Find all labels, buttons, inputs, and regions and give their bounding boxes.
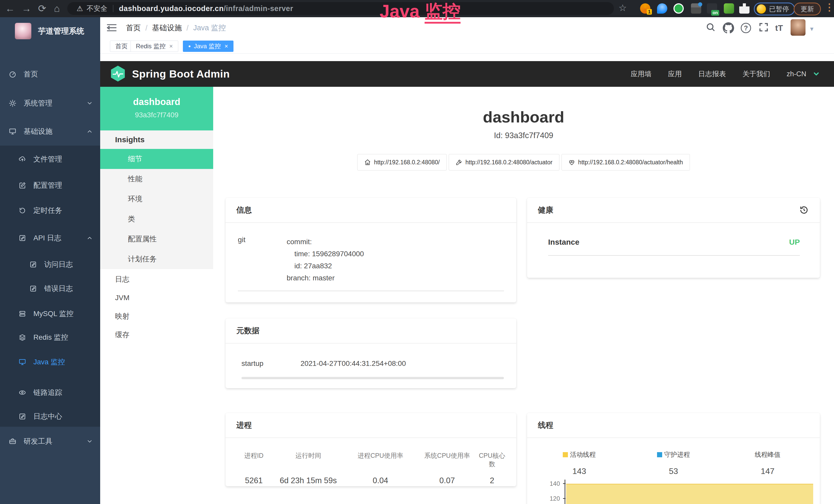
sidebar-item-mysql-monitor[interactable]: MySQL 监控 (0, 306, 100, 321)
sidebar-item-infra[interactable]: 基础设施 (0, 124, 100, 139)
sidebar-item-config-manage[interactable]: 配置管理 (0, 178, 100, 193)
sba-menu-caches[interactable]: 缓存 (100, 325, 213, 344)
profile-paused-badge[interactable]: 已暂停 (754, 3, 795, 16)
area-series-live-threads (566, 484, 813, 504)
sidebar-item-tracing[interactable]: 链路追踪 (0, 385, 100, 400)
sba-menu-jvm[interactable]: JVM (100, 289, 213, 307)
health-instance-row[interactable]: Instance UP (548, 238, 800, 247)
app-title: 芋道管理系统 (38, 26, 84, 37)
extension-puzzle-icon[interactable] (739, 3, 749, 14)
sba-menu-scheduled-tasks[interactable]: 计划任务 (100, 249, 213, 269)
breadcrumb: 首页 / 基础设施 / Java 监控 (126, 23, 226, 33)
sba-brand-title[interactable]: Spring Boot Admin (132, 68, 229, 80)
peak-threads-value: 147 (721, 466, 815, 476)
sba-nav-wallboard[interactable]: 应用墙 (631, 69, 651, 78)
health-url-button[interactable]: http://192.168.0.2:48080/actuator/health (562, 154, 690, 170)
tab-home[interactable]: 首页 (110, 41, 133, 52)
sidebar-item-error-log[interactable]: 错误日志 (0, 281, 100, 296)
extension-y-icon[interactable] (674, 3, 684, 14)
sidebar-item-file-manage[interactable]: 文件管理 (0, 152, 100, 167)
extension-pin-icon[interactable] (657, 3, 667, 14)
extension-switch-icon[interactable]: on (707, 3, 717, 14)
threads-area-chart: 140 120 100 (527, 478, 820, 504)
sidebar-item-log-center[interactable]: 日志中心 (0, 409, 100, 424)
url-divider (113, 5, 113, 12)
actuator-url-button[interactable]: http://192.168.0.2:48080/actuator (449, 154, 559, 170)
sba-nav-about[interactable]: 关于我们 (742, 69, 770, 78)
cloud-upload-icon (19, 155, 26, 163)
sba-menu-metrics[interactable]: 性能 (100, 169, 213, 189)
sidebar-item-label: 定时任务 (34, 206, 62, 215)
help-icon[interactable]: ? (741, 23, 751, 33)
sidebar-item-api-log[interactable]: API 日志 (0, 230, 100, 246)
app-logo-row[interactable]: 芋道管理系统 (0, 21, 100, 41)
browser-menu-icon[interactable]: ⋮ (825, 2, 834, 13)
tab-close-icon[interactable]: × (224, 43, 228, 50)
font-size-icon[interactable]: tT (775, 23, 783, 33)
sba-menu-details[interactable]: 细节 (100, 149, 213, 169)
sidebar-item-system[interactable]: 系统管理 (0, 95, 100, 111)
emoji-avatar-icon (757, 4, 766, 14)
breadcrumb-infra[interactable]: 基础设施 (152, 23, 182, 33)
threads-values: 143 53 147 (532, 459, 815, 476)
info-card-title: 信息 (225, 198, 516, 223)
sba-menu-logs[interactable]: 日志 (100, 270, 213, 289)
sba-menu-config-props[interactable]: 配置属性 (100, 229, 213, 249)
gear-icon (9, 99, 17, 107)
address-bar[interactable]: ⚠ 不安全 dashboard.yudao.iocoder.cn/infra/a… (67, 2, 614, 15)
info-git-value: commit: time: 1596289704000 id: 27aa832 … (287, 236, 364, 284)
sidebar-item-java-monitor[interactable]: Java 监控 (0, 354, 100, 370)
sidebar-item-dev-tools[interactable]: 研发工具 (0, 434, 100, 449)
sidebar-item-scheduled-jobs[interactable]: 定时任务 (0, 203, 100, 218)
process-id-value: 5261 (235, 476, 273, 485)
extension-icon-1[interactable]: 1 (640, 3, 650, 14)
extension-leaf-icon[interactable] (724, 3, 734, 14)
sba-instance-header[interactable]: dashboard 93a3fc7f7409 (100, 87, 213, 131)
sba-menu-classes[interactable]: 类 (100, 209, 213, 229)
bookmark-star-icon[interactable]: ☆ (618, 2, 627, 15)
horizontal-scrollbar[interactable] (241, 377, 504, 379)
not-secure-label[interactable]: 不安全 (87, 4, 107, 13)
daemon-threads-value: 53 (627, 466, 721, 476)
sba-menu-environment[interactable]: 环境 (100, 189, 213, 209)
history-icon[interactable] (799, 205, 809, 215)
instance-title: dashboard (213, 108, 834, 126)
process-card-title: 进程 (225, 413, 516, 438)
sba-nav-applications[interactable]: 应用 (668, 69, 682, 78)
sidebar-submenu-infra: 文件管理 配置管理 定时任务 API 日志 访问日志 错误日志 MySQL 监控 (0, 145, 100, 427)
sidebar-item-home[interactable]: 首页 (0, 67, 100, 82)
sidebar-item-label: 访问日志 (44, 259, 73, 269)
legend-label: 线程峰值 (755, 450, 781, 459)
url-host: dashboard.yudao.iocoder.cn (119, 4, 224, 13)
sba-menu-mappings[interactable]: 映射 (100, 307, 213, 325)
user-avatar[interactable] (791, 19, 806, 36)
reload-icon[interactable]: ⟳ (38, 2, 46, 15)
instance-id: 93a3fc7f7409 (100, 111, 213, 119)
search-icon[interactable] (706, 22, 716, 32)
service-url-button[interactable]: http://192.168.0.2:48080/ (357, 154, 447, 170)
sidebar-item-access-log[interactable]: 访问日志 (0, 257, 100, 272)
monitor-icon (19, 358, 26, 366)
chevron-down-icon (86, 438, 93, 445)
github-icon[interactable] (723, 22, 734, 33)
hamburger-icon[interactable] (106, 23, 117, 32)
legend-swatch-live (563, 452, 568, 457)
back-icon[interactable]: ← (5, 2, 15, 15)
fullscreen-icon[interactable] (759, 22, 768, 32)
sidebar-item-redis-monitor[interactable]: Redis 监控 (0, 330, 100, 345)
chrome-update-button[interactable]: 更新 (794, 3, 821, 16)
sba-navbar: Spring Boot Admin 应用墙 应用 日志报表 关于我们 zh-CN (100, 61, 834, 87)
tab-close-icon[interactable]: × (169, 43, 173, 50)
tab-redis-monitor[interactable]: Redis 监控 × (130, 41, 178, 52)
tab-java-monitor[interactable]: ● Java 监控 × (183, 41, 234, 52)
extension-grid-icon[interactable] (691, 3, 701, 14)
breadcrumb-home[interactable]: 首页 (126, 23, 141, 33)
caret-down-icon[interactable]: ▾ (810, 25, 813, 33)
sba-nav-journal[interactable]: 日志报表 (698, 69, 726, 78)
forward-icon[interactable]: → (22, 2, 31, 15)
chevron-down-icon[interactable] (812, 70, 820, 78)
home-icon[interactable]: ⌂ (54, 2, 60, 15)
sidebar-item-label: 首页 (24, 69, 38, 79)
server-icon (19, 310, 26, 318)
sba-language-select[interactable]: zh-CN (787, 70, 806, 78)
